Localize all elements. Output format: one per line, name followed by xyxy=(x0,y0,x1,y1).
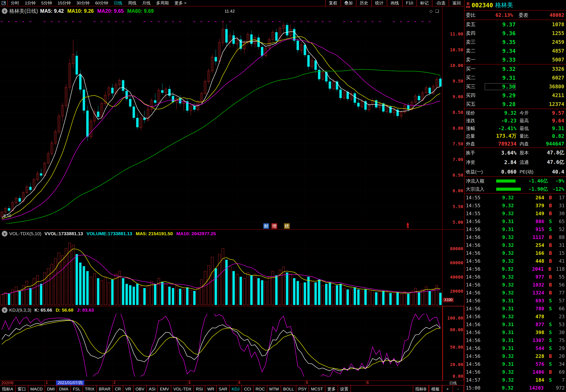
queue-price[interactable]: 9.35 xyxy=(485,39,516,45)
indicator-tab-TRIX[interactable]: TRIX xyxy=(83,386,97,392)
kdj-axis-label: 0.00 xyxy=(443,374,463,379)
indicator-tab-ROC[interactable]: ROC xyxy=(254,386,267,392)
action-button-统计[interactable]: 统计 xyxy=(371,0,387,6)
period-tab-多周期[interactable]: 多周期 xyxy=(153,0,172,6)
indicator-tab-BOLL[interactable]: BOLL xyxy=(281,386,296,392)
window-icon[interactable] xyxy=(0,0,8,6)
event-badge-榜[interactable]: 榜 xyxy=(284,223,290,229)
zoom-out-button[interactable]: - xyxy=(453,386,464,392)
period-tab-月线[interactable]: 月线 xyxy=(139,0,153,6)
period-indicator-cell[interactable]: 日线 xyxy=(442,380,464,386)
indicator-tab-模板[interactable]: 模板 xyxy=(429,386,442,392)
indicator-tab-指标B[interactable]: 指标B xyxy=(413,386,429,392)
trade-row: 14:569.32228B20 xyxy=(465,352,566,360)
queue-price[interactable]: 9.29 xyxy=(485,92,516,99)
order-book-row[interactable]: 卖五9.371078 xyxy=(465,20,566,29)
indicator-tab-更多[interactable]: 更多 xyxy=(325,386,338,392)
queue-price[interactable]: 9.32 xyxy=(485,66,516,72)
order-book-row[interactable]: 买五9.2812374 xyxy=(465,100,566,109)
order-book-row[interactable]: 卖四9.361255 xyxy=(465,29,566,38)
queue-price[interactable]: 9.33 xyxy=(485,56,516,63)
indicator-tab-指标A[interactable]: 指标A xyxy=(0,386,16,392)
order-book-row[interactable]: 买一9.323326 xyxy=(465,65,566,73)
order-book-row[interactable]: 买三9.3036800 xyxy=(465,82,566,91)
kdj-axis-label: 20.00 xyxy=(443,362,463,367)
indicator-tab-CCI[interactable]: CCI xyxy=(242,386,254,392)
volume-chart[interactable] xyxy=(0,238,442,305)
collapse-chevron-icon[interactable]: ∨ xyxy=(2,231,7,237)
flow-bar xyxy=(496,180,516,182)
volume-axis-label: 80000 xyxy=(443,246,463,251)
indicator-tab-PSY[interactable]: PSY xyxy=(296,386,309,392)
indicator-tab-窗口[interactable]: 窗口 xyxy=(16,386,28,392)
price-axis-label: 6.50 xyxy=(443,172,463,178)
candlestick-chart[interactable] xyxy=(0,16,442,224)
period-tab-更多 >[interactable]: 更多 > xyxy=(172,0,189,6)
indicator-tab-DMA[interactable]: DMA xyxy=(57,386,71,392)
indicator-tab-MTM[interactable]: MTM xyxy=(267,386,281,392)
zoom-in-button[interactable]: + xyxy=(442,386,453,392)
trade-price: 9.31 xyxy=(483,346,514,351)
indicator-tab-KDJ[interactable]: KDJ xyxy=(230,386,242,392)
trade-count: 23 xyxy=(556,314,565,319)
trade-time: 14:56 xyxy=(466,219,483,224)
queue-price[interactable]: 9.30 xyxy=(485,83,516,90)
action-button-返回[interactable]: 返回 xyxy=(449,0,464,6)
quote-label: 今开 xyxy=(520,110,541,116)
indicator-tab-FSL[interactable]: FSL xyxy=(71,386,83,392)
action-button-叠加[interactable]: 叠加 xyxy=(341,0,356,6)
indicator-tab-OBV[interactable]: OBV xyxy=(134,386,147,392)
order-book-row[interactable]: 卖二9.344857 xyxy=(465,46,566,55)
indicator-tab-BRAR[interactable]: BRAR xyxy=(97,386,113,392)
indicator-tab-EMV[interactable]: EMV xyxy=(158,386,171,392)
period-tab-15分钟[interactable]: 15分钟 xyxy=(55,0,73,6)
indicator-tab-CR[interactable]: CR xyxy=(113,386,123,392)
queue-price[interactable]: 9.37 xyxy=(485,21,516,28)
period-tab-周线[interactable]: 周线 xyxy=(125,0,139,6)
action-button-历史[interactable]: 历史 xyxy=(356,0,371,6)
diamond-icon[interactable]: ◇ xyxy=(429,9,433,14)
period-tab-30分钟[interactable]: 30分钟 xyxy=(73,0,92,6)
trade-row: 14:559.32379B31 xyxy=(465,201,566,210)
trade-direction: S xyxy=(544,377,556,383)
action-button-F10[interactable]: F10 xyxy=(402,0,416,6)
indicator-tab-设置[interactable]: 设置 xyxy=(338,386,351,392)
order-book-row[interactable]: 卖一9.335007 xyxy=(465,55,566,64)
period-tab-1分钟[interactable]: 1分钟 xyxy=(22,0,39,6)
kdj-chart[interactable] xyxy=(0,314,442,377)
action-button-自选[interactable]: -自选 xyxy=(432,0,449,6)
queue-price[interactable]: 9.34 xyxy=(485,48,516,54)
collapse-chevron-icon[interactable]: ∨ xyxy=(2,8,7,14)
action-button-复权[interactable]: 复权 xyxy=(325,0,341,6)
month-tick: 1 xyxy=(44,380,48,385)
queue-volume: 36800 xyxy=(516,84,565,89)
period-tab-60分钟[interactable]: 60分钟 xyxy=(92,0,111,6)
order-book-row[interactable]: 买二9.316027 xyxy=(465,73,566,82)
page-icon[interactable]: ❏ xyxy=(435,9,439,14)
indicator-tab-SAR[interactable]: SAR xyxy=(217,386,230,392)
indicator-tab-DMI[interactable]: DMI xyxy=(45,386,57,392)
event-badge-增[interactable]: 增 xyxy=(271,223,277,229)
indicator-tab-MCST[interactable]: MCST xyxy=(309,386,325,392)
indicator-tab-WR[interactable]: WR xyxy=(205,386,217,392)
action-button-标记[interactable]: 标记 xyxy=(416,0,432,6)
trade-time: 14:55 xyxy=(466,211,483,216)
indicator-tab-VOL-TDX[interactable]: VOL-TDX xyxy=(171,386,194,392)
queue-price[interactable]: 9.28 xyxy=(485,101,516,108)
indicator-tab-RSI[interactable]: RSI xyxy=(194,386,205,392)
trade-count: 30 xyxy=(556,211,565,216)
period-tab-日线[interactable]: 日线 xyxy=(111,0,125,6)
event-badge-财[interactable]: 财 xyxy=(263,223,269,229)
queue-price[interactable]: 9.36 xyxy=(485,30,516,37)
period-tab-5分钟[interactable]: 5分钟 xyxy=(39,0,55,6)
indicator-tab-VR[interactable]: VR xyxy=(123,386,133,392)
queue-price[interactable]: 9.31 xyxy=(485,75,516,81)
indicator-tab-ASI[interactable]: ASI xyxy=(147,386,158,392)
order-book-row[interactable]: 买四9.294211 xyxy=(465,91,566,100)
order-book-row[interactable]: 卖三9.352459 xyxy=(465,38,566,46)
period-tab-分时[interactable]: 分时 xyxy=(8,0,22,6)
indicator-tab-MACD[interactable]: MACD xyxy=(28,386,45,392)
selected-date-chip[interactable]: 2021/01/07/四 xyxy=(56,380,84,385)
action-button-画线[interactable]: 画线 xyxy=(387,0,402,6)
collapse-chevron-icon[interactable]: ∨ xyxy=(2,307,7,313)
